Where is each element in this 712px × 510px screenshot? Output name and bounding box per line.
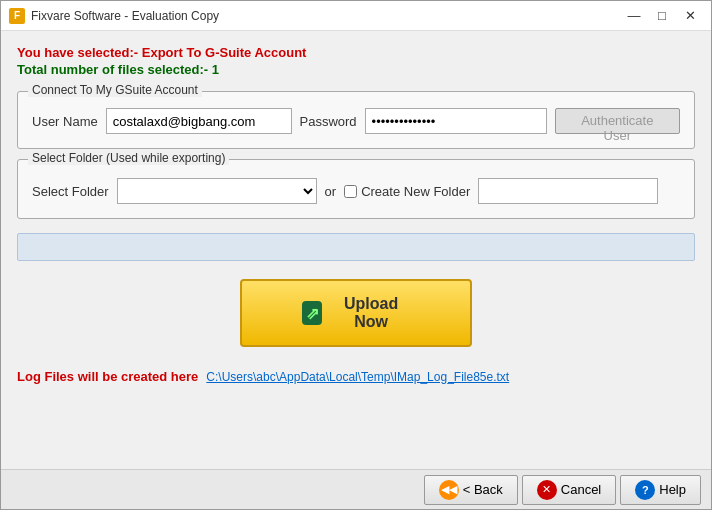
upload-now-button[interactable]: ⇗ Upload Now: [240, 279, 472, 347]
log-section: Log Files will be created here C:\Users\…: [17, 369, 695, 384]
folder-group-box: Select Folder (Used while exporting) Sel…: [17, 159, 695, 219]
title-bar: F Fixvare Software - Evaluation Copy — □…: [1, 1, 711, 31]
folder-label: Select Folder: [32, 184, 109, 199]
gsuite-group-title: Connect To My GSuite Account: [28, 83, 202, 97]
back-label: < Back: [463, 482, 503, 497]
username-input[interactable]: [106, 108, 292, 134]
back-icon: ◀◀: [439, 480, 459, 500]
window-title: Fixvare Software - Evaluation Copy: [31, 9, 621, 23]
app-icon: F: [9, 8, 25, 24]
upload-arrow-icon: ⇗: [306, 304, 319, 323]
bottom-bar: ◀◀ < Back ✕ Cancel ? Help: [1, 469, 711, 509]
gsuite-group-box: Connect To My GSuite Account User Name P…: [17, 91, 695, 149]
main-window: F Fixvare Software - Evaluation Copy — □…: [0, 0, 712, 510]
password-label: Password: [300, 114, 357, 129]
upload-icon: ⇗: [302, 301, 322, 325]
close-button[interactable]: ✕: [677, 6, 703, 26]
authenticate-button[interactable]: Authenticate User: [555, 108, 680, 134]
upload-btn-container: ⇗ Upload Now: [17, 279, 695, 347]
help-button[interactable]: ? Help: [620, 475, 701, 505]
help-label: Help: [659, 482, 686, 497]
help-icon: ?: [635, 480, 655, 500]
files-selected-info: Total number of files selected:- 1: [17, 62, 695, 77]
progress-area: [17, 233, 695, 261]
main-content: You have selected:- Export To G-Suite Ac…: [1, 31, 711, 469]
folder-row: Select Folder or Create New Folder: [32, 178, 680, 204]
window-controls: — □ ✕: [621, 6, 703, 26]
log-label: Log Files will be created here: [17, 369, 198, 384]
selected-export-info: You have selected:- Export To G-Suite Ac…: [17, 45, 695, 60]
username-label: User Name: [32, 114, 98, 129]
maximize-button[interactable]: □: [649, 6, 675, 26]
log-path-link[interactable]: C:\Users\abc\AppData\Local\Temp\IMap_Log…: [206, 370, 509, 384]
new-folder-input[interactable]: [478, 178, 658, 204]
cancel-button[interactable]: ✕ Cancel: [522, 475, 616, 505]
gsuite-form-row: User Name Password Authenticate User: [32, 108, 680, 134]
cancel-label: Cancel: [561, 482, 601, 497]
info-section: You have selected:- Export To G-Suite Ac…: [17, 45, 695, 77]
cancel-icon: ✕: [537, 480, 557, 500]
back-button[interactable]: ◀◀ < Back: [424, 475, 518, 505]
create-new-folder-checkbox[interactable]: [344, 185, 357, 198]
folder-group-title: Select Folder (Used while exporting): [28, 151, 229, 165]
minimize-button[interactable]: —: [621, 6, 647, 26]
create-new-folder-label[interactable]: Create New Folder: [344, 184, 470, 199]
folder-select[interactable]: [117, 178, 317, 204]
upload-button-label: Upload Now: [332, 295, 410, 331]
password-input[interactable]: [365, 108, 547, 134]
or-label: or: [325, 184, 337, 199]
